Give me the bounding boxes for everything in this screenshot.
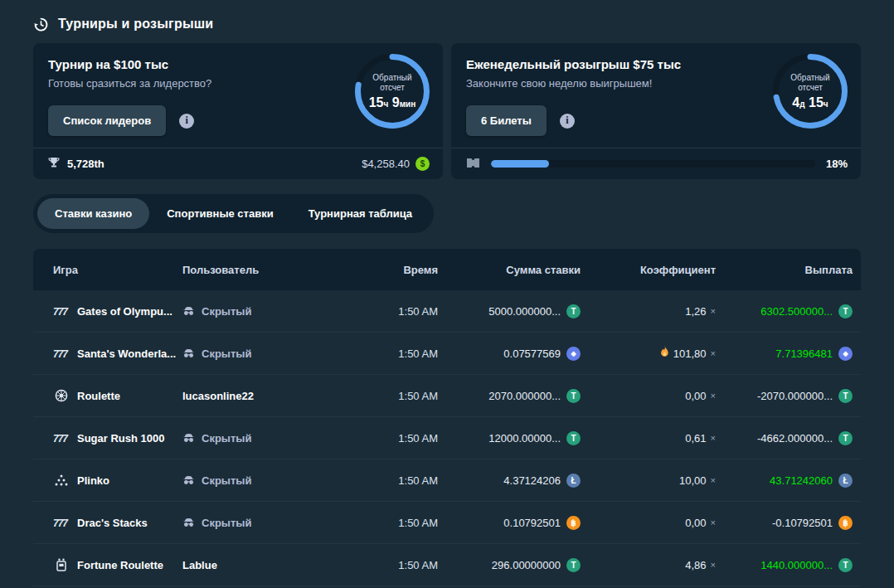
svg-text:777: 777: [53, 433, 69, 445]
bet-time: 1:50 AM: [332, 474, 438, 487]
bet-time: 1:50 AM: [332, 347, 438, 360]
promo-cards: Турнир на $100 тыс Готовы сразиться за л…: [33, 43, 861, 179]
bet-amount: 4.37124206: [503, 474, 561, 487]
game-icon: 777: [53, 305, 70, 317]
tab-0[interactable]: Ставки казино: [37, 198, 149, 229]
tournaments-page: Турниры и розыгрыши Турнир на $100 тыс Г…: [0, 0, 894, 586]
coin-icon: ◆: [566, 347, 581, 361]
coin-icon: T: [566, 558, 581, 572]
tab-2[interactable]: Турнирная таблица: [291, 198, 430, 229]
hidden-user-icon: [182, 433, 195, 443]
raffle-progress-fill: [491, 160, 549, 168]
ticket-icon: [466, 157, 480, 172]
tournament-card-top: Турнир на $100 тыс Готовы сразиться за л…: [33, 43, 443, 148]
username: Скрытый: [202, 517, 251, 529]
table-row[interactable]: 777 Sugar Rush 1000 Скрытый 1:50 AM 1200…: [33, 417, 861, 459]
leaderboard-button[interactable]: Список лидеров: [48, 105, 166, 136]
multiplier: 0,00: [685, 390, 706, 402]
coin-icon: T: [566, 304, 581, 318]
coin-icon: T: [838, 304, 853, 318]
payout-amount: 43.71242060: [770, 474, 833, 487]
multiplier: 101,80: [673, 347, 707, 360]
countdown-label: Обратный: [790, 73, 829, 84]
table-row[interactable]: 777 Drac's Stacks Скрытый 1:50 AM 0.1079…: [33, 502, 861, 544]
table-row[interactable]: 777 Santa's Wonderla... Скрытый 1:50 AM …: [33, 333, 861, 375]
coin-icon: T: [838, 389, 853, 403]
svg-text:777: 777: [53, 348, 69, 360]
coin-icon: Ł: [566, 474, 581, 488]
col-multiplier: Коэффициент: [581, 264, 716, 276]
game-icon: [53, 389, 70, 402]
raffle-card: Еженедельный розыгрыш $75 тыс Закончите …: [451, 43, 861, 179]
svg-text:777: 777: [53, 306, 69, 318]
username: Lablue: [182, 559, 217, 571]
coin-icon: T: [838, 431, 853, 445]
table-body: 777 Gates of Olympu... Скрытый 1:50 AM 5…: [33, 290, 861, 586]
countdown-ring: Обратный отсчет 4д 15ч: [770, 51, 851, 132]
info-icon[interactable]: i: [179, 114, 194, 129]
page-title: Турниры и розыгрыши: [58, 17, 213, 32]
game-name: Roulette: [77, 390, 120, 402]
col-amount: Сумма ставки: [438, 264, 581, 276]
flame-icon: [660, 346, 669, 361]
col-payout: Выплата: [716, 264, 853, 276]
tickets-button[interactable]: 6 Билеты: [466, 105, 547, 136]
hidden-user-icon: [182, 306, 195, 316]
payout-amount: 1440.000000...: [760, 559, 833, 571]
bet-time: 1:50 AM: [332, 559, 438, 571]
coin-icon: ฿: [838, 516, 853, 530]
game-name: Gates of Olympu...: [77, 305, 172, 318]
game-name: Sugar Rush 1000: [77, 432, 165, 445]
bet-amount: 2070.000000...: [488, 390, 561, 402]
username: lucasonline22: [182, 390, 254, 402]
countdown-ring: Обратный отсчет 15ч 9мин: [352, 51, 433, 132]
bet-time: 1:50 AM: [332, 517, 438, 529]
username: Скрытый: [202, 305, 251, 318]
table-row[interactable]: 777 Gates of Olympu... Скрытый 1:50 AM 5…: [33, 290, 861, 333]
bet-tabs: Ставки казиноСпортивные ставкиТурнирная …: [33, 194, 434, 233]
player-rank: 5,728th: [67, 158, 104, 170]
table-row[interactable]: Roulette lucasonline22 1:50 AM 2070.0000…: [33, 375, 861, 417]
bet-amount: 296.00000000: [492, 559, 561, 571]
bets-table: Игра Пользователь Время Сумма ставки Коэ…: [33, 249, 861, 586]
multiplier: 1,26: [685, 305, 706, 318]
multiplier: 0,61: [685, 432, 706, 445]
prize-amount: $4,258.40: [362, 158, 410, 170]
game-icon: 777: [53, 517, 70, 528]
game-name: Plinko: [77, 474, 109, 487]
trophy-icon: [48, 157, 60, 171]
game-name: Fortune Roulette: [77, 559, 163, 571]
game-name: Drac's Stacks: [77, 517, 148, 529]
coin-icon: ◆: [838, 347, 853, 361]
page-header: Турниры и розыгрыши: [33, 13, 861, 35]
hidden-user-icon: [182, 518, 195, 527]
raffle-progress-bar: [491, 160, 815, 168]
multiplier: 10,00: [679, 474, 707, 487]
tab-1[interactable]: Спортивные ставки: [149, 198, 290, 229]
bet-amount: 0.07577569: [503, 347, 561, 360]
hidden-user-icon: [182, 475, 195, 485]
game-icon: [53, 474, 70, 486]
bet-time: 1:50 AM: [332, 390, 438, 402]
tournament-card: Турнир на $100 тыс Готовы сразиться за л…: [33, 43, 443, 179]
payout-amount: 7.71396481: [775, 347, 833, 360]
payout-amount: 6302.500000...: [760, 305, 833, 318]
multiplier: 0,00: [685, 517, 706, 529]
payout-amount: -0.10792501: [772, 517, 833, 529]
coin-icon: Ł: [838, 474, 853, 488]
info-icon[interactable]: i: [560, 114, 575, 129]
payout-amount: -4662.000000...: [757, 432, 833, 445]
svg-text:777: 777: [53, 518, 69, 529]
coin-icon: ฿: [566, 516, 581, 530]
bet-time: 1:50 AM: [332, 305, 438, 318]
tournaments-icon: [33, 17, 49, 32]
countdown-value: 15ч 9мин: [369, 95, 416, 110]
username: Скрытый: [202, 474, 251, 487]
raffle-progress-label: 18%: [826, 158, 848, 170]
table-row[interactable]: Fortune Roulette Lablue 1:50 AM 296.0000…: [33, 544, 861, 586]
game-icon: 777: [53, 347, 70, 359]
countdown-value: 4д 15ч: [792, 95, 828, 110]
col-game: Игра: [53, 264, 182, 276]
table-row[interactable]: Plinko Скрытый 1:50 AM 4.37124206 Ł 10,0…: [33, 459, 861, 502]
multiplier: 4,86: [685, 559, 706, 571]
